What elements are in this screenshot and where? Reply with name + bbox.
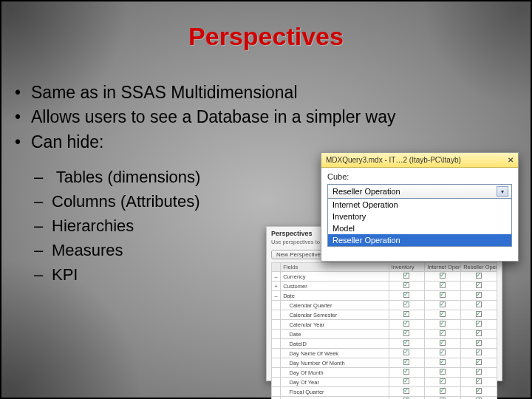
expand-toggle	[272, 358, 281, 368]
field-name: DateID	[281, 339, 389, 349]
screenshot-composite: Perspectives Use perspectives to define …	[266, 152, 519, 389]
expand-toggle	[272, 387, 281, 397]
perspective-checkbox[interactable]	[389, 368, 425, 378]
expand-toggle	[272, 310, 281, 320]
perspective-checkbox[interactable]	[389, 272, 425, 282]
table-row: Fiscal Semester	[272, 397, 497, 400]
perspective-checkbox[interactable]	[425, 368, 461, 378]
perspective-checkbox[interactable]	[461, 320, 497, 330]
perspective-checkbox[interactable]	[389, 320, 425, 330]
perspective-checkbox[interactable]	[389, 301, 425, 310]
expand-toggle[interactable]: +	[272, 282, 281, 291]
document-tab[interactable]: MDXQuery3.mdx - IT…2 (Itayb-PC\Itayb) ✕	[321, 153, 518, 168]
perspective-checkbox[interactable]	[425, 282, 461, 291]
expand-toggle	[272, 330, 281, 339]
expand-toggle	[272, 349, 281, 358]
perspective-checkbox[interactable]	[461, 301, 497, 310]
field-name: Date	[281, 330, 389, 339]
cube-label: Cube:	[321, 168, 518, 183]
expand-toggle	[272, 378, 281, 387]
perspective-checkbox[interactable]	[425, 358, 461, 368]
cube-combobox[interactable]: Reseller Operation ▾	[327, 184, 512, 199]
grid-col-reseller: Reseller Operation	[461, 263, 497, 272]
expand-toggle[interactable]: –	[272, 291, 281, 301]
perspective-checkbox[interactable]	[461, 310, 497, 320]
table-row: DateID	[272, 339, 497, 349]
field-name: Calendar Year	[281, 320, 389, 330]
perspective-checkbox[interactable]	[389, 339, 425, 349]
cube-selector-window: MDXQuery3.mdx - IT…2 (Itayb-PC\Itayb) ✕ …	[321, 152, 519, 262]
table-row: Calendar Year	[272, 320, 497, 330]
expand-toggle	[272, 368, 281, 378]
perspective-checkbox[interactable]	[461, 368, 497, 378]
table-row: Fiscal Quarter	[272, 387, 497, 397]
table-row: +Customer	[272, 282, 497, 291]
bullet-item: Allows users to see a Database in a simp…	[16, 105, 531, 129]
field-name: Day Of Year	[281, 378, 389, 387]
grid-col-internet: Internet Operation	[425, 263, 461, 272]
perspective-checkbox[interactable]	[425, 339, 461, 349]
chevron-down-icon[interactable]: ▾	[497, 186, 508, 197]
bullet-item: Can hide:	[16, 130, 531, 154]
document-tab-title: MDXQuery3.mdx - IT…2 (Itayb-PC\Itayb)	[326, 156, 461, 164]
perspective-checkbox[interactable]	[389, 349, 425, 358]
field-name: Currency	[281, 272, 389, 282]
slide: Perspectives Same as in SSAS Multidimens…	[0, 0, 532, 399]
table-row: Day Number Of Month	[272, 358, 497, 368]
perspective-checkbox[interactable]	[425, 349, 461, 358]
perspective-checkbox[interactable]	[389, 282, 425, 291]
perspective-checkbox[interactable]	[389, 310, 425, 320]
table-row: –Currency	[272, 272, 497, 282]
cube-option[interactable]: Model	[328, 222, 511, 234]
cube-option[interactable]: Internet Operation	[328, 199, 511, 211]
close-icon[interactable]: ✕	[508, 156, 514, 164]
perspective-checkbox[interactable]	[461, 378, 497, 387]
field-name: Calendar Quarter	[281, 301, 389, 310]
perspective-checkbox[interactable]	[389, 397, 425, 400]
field-name: Fiscal Quarter	[281, 387, 389, 397]
cube-option[interactable]: Inventory	[328, 211, 511, 222]
perspective-checkbox[interactable]	[425, 310, 461, 320]
field-name: Calendar Semester	[281, 310, 389, 320]
perspective-checkbox[interactable]	[425, 397, 461, 400]
field-name: Customer	[281, 282, 389, 291]
table-row: Calendar Semester	[272, 310, 497, 320]
perspective-checkbox[interactable]	[389, 358, 425, 368]
perspective-checkbox[interactable]	[461, 358, 497, 368]
perspective-checkbox[interactable]	[425, 291, 461, 301]
perspective-checkbox[interactable]	[461, 397, 497, 400]
perspective-checkbox[interactable]	[461, 349, 497, 358]
cube-option-selected[interactable]: Reseller Operation	[328, 234, 511, 246]
perspective-checkbox[interactable]	[425, 301, 461, 310]
perspective-checkbox[interactable]	[425, 320, 461, 330]
expand-toggle	[272, 339, 281, 349]
field-name: Date	[281, 291, 389, 301]
field-name: Day Of Month	[281, 368, 389, 378]
cube-dropdown-list: Internet Operation Inventory Model Resel…	[327, 199, 512, 247]
table-row: Day Name Of Week	[272, 349, 497, 358]
grid-col-fields: Fields	[281, 263, 389, 272]
perspective-checkbox[interactable]	[461, 282, 497, 291]
perspective-checkbox[interactable]	[461, 339, 497, 349]
perspectives-grid: Fields Inventory Internet Operation Rese…	[271, 262, 497, 399]
perspective-checkbox[interactable]	[389, 330, 425, 339]
perspective-checkbox[interactable]	[425, 330, 461, 339]
perspective-checkbox[interactable]	[425, 387, 461, 397]
perspective-checkbox[interactable]	[389, 378, 425, 387]
perspective-checkbox[interactable]	[461, 272, 497, 282]
perspective-checkbox[interactable]	[425, 272, 461, 282]
table-row: Date	[272, 330, 497, 339]
perspective-checkbox[interactable]	[425, 378, 461, 387]
perspective-checkbox[interactable]	[461, 291, 497, 301]
perspective-checkbox[interactable]	[389, 387, 425, 397]
expand-toggle[interactable]: –	[272, 272, 281, 282]
perspective-checkbox[interactable]	[461, 387, 497, 397]
new-perspective-button[interactable]: New Perspective	[271, 250, 326, 259]
field-name: Day Number Of Month	[281, 358, 389, 368]
perspective-checkbox[interactable]	[389, 291, 425, 301]
table-row: Day Of Month	[272, 368, 497, 378]
table-row: Day Of Year	[272, 378, 497, 387]
perspective-checkbox[interactable]	[461, 330, 497, 339]
expand-toggle	[272, 301, 281, 310]
grid-col-inventory: Inventory	[389, 263, 425, 272]
